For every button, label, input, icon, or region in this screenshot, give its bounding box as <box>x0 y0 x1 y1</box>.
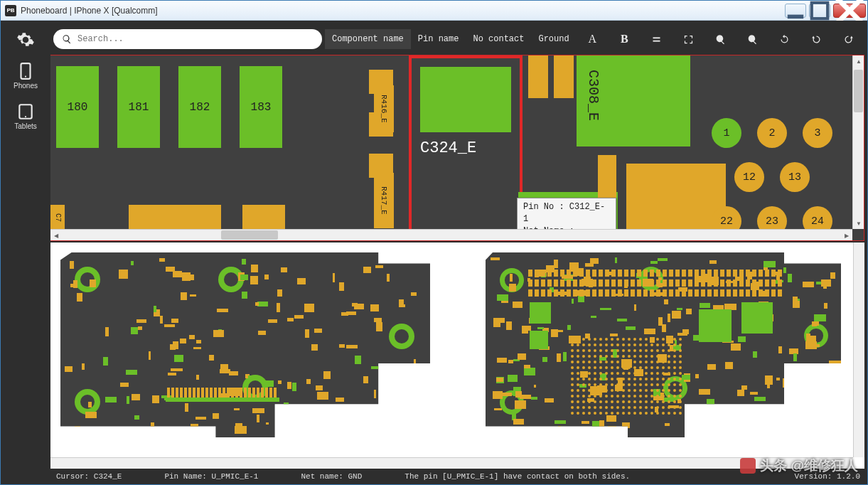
board-component[interactable] <box>264 275 269 279</box>
board-component[interactable] <box>599 420 604 427</box>
board-component[interactable] <box>105 397 117 403</box>
board-component[interactable] <box>414 359 417 366</box>
board-component[interactable] <box>506 321 512 330</box>
bga-pin-13[interactable]: 13 <box>780 162 810 192</box>
board-component[interactable] <box>119 270 129 279</box>
board-component[interactable] <box>524 365 530 368</box>
board-component[interactable] <box>314 329 322 333</box>
board-component[interactable] <box>518 353 525 360</box>
board-component[interactable] <box>264 380 274 387</box>
board-component[interactable] <box>290 412 297 415</box>
board-component[interactable] <box>229 371 237 375</box>
board-component[interactable] <box>622 422 630 428</box>
board-component[interactable] <box>126 370 137 375</box>
board-right[interactable] <box>486 252 841 437</box>
board-component[interactable] <box>677 308 682 310</box>
board-component[interactable] <box>180 339 187 343</box>
sidebar-item-phones[interactable]: Phones <box>14 62 38 90</box>
board-component[interactable] <box>392 406 402 415</box>
board-component[interactable] <box>497 294 508 301</box>
board-component[interactable] <box>151 422 154 427</box>
pad[interactable] <box>129 205 221 230</box>
board-component[interactable] <box>374 390 376 398</box>
board-component[interactable] <box>825 418 834 425</box>
board-component[interactable] <box>510 274 513 282</box>
board-component[interactable] <box>174 355 183 363</box>
board-component[interactable] <box>821 279 831 287</box>
board-component[interactable] <box>196 375 199 380</box>
board-component[interactable] <box>173 271 182 277</box>
filter-pin-name[interactable]: Pin name <box>411 29 466 49</box>
refresh-button[interactable] <box>768 29 800 49</box>
board-component[interactable] <box>737 390 744 396</box>
board-component[interactable] <box>563 352 567 361</box>
board-component[interactable] <box>77 293 82 302</box>
board-component[interactable] <box>134 415 139 420</box>
board-component[interactable] <box>608 426 616 435</box>
titlebar[interactable]: PB Phoneboard | IPhone X [Qualcomm] <box>1 1 867 21</box>
component-r417e[interactable]: R417_E <box>374 173 394 228</box>
board-component[interactable] <box>408 374 416 383</box>
board-component[interactable] <box>829 361 841 368</box>
board-component[interactable] <box>258 331 266 335</box>
board-component[interactable] <box>248 375 255 380</box>
board-component[interactable] <box>831 405 841 412</box>
board-component[interactable] <box>830 415 835 423</box>
board-component[interactable] <box>65 366 73 372</box>
connector[interactable] <box>166 398 279 402</box>
board-component[interactable] <box>531 397 537 400</box>
scroll-thumb[interactable] <box>221 230 278 240</box>
board-component[interactable] <box>662 324 666 332</box>
component-183[interactable]: 183 <box>240 66 282 148</box>
board-component[interactable] <box>122 427 129 432</box>
board-component[interactable] <box>88 402 92 407</box>
board-component[interactable] <box>493 318 500 327</box>
board-component[interactable] <box>103 357 108 366</box>
board-component[interactable] <box>120 383 129 387</box>
board-component[interactable] <box>551 329 558 337</box>
board-component[interactable] <box>803 282 814 287</box>
board-component[interactable] <box>374 318 381 322</box>
board-component[interactable] <box>672 311 681 319</box>
board-component[interactable] <box>797 374 807 382</box>
board-component[interactable] <box>160 316 163 324</box>
board-component[interactable] <box>509 284 516 292</box>
board-component[interactable] <box>168 373 176 375</box>
board-component[interactable] <box>154 306 156 312</box>
board-component[interactable] <box>171 368 183 372</box>
board-component[interactable] <box>376 322 382 331</box>
board-component[interactable] <box>181 292 187 300</box>
board-component[interactable] <box>508 360 513 363</box>
board-component[interactable] <box>801 410 810 413</box>
board-component[interactable] <box>166 267 175 272</box>
board-component[interactable] <box>798 392 805 400</box>
board-component[interactable] <box>522 326 531 331</box>
chip[interactable] <box>530 331 548 349</box>
board-component[interactable] <box>159 258 165 262</box>
pad[interactable] <box>598 155 616 198</box>
board-component[interactable] <box>634 304 636 310</box>
board-component[interactable] <box>346 345 357 348</box>
board-component[interactable] <box>333 273 335 282</box>
board-component[interactable] <box>306 379 311 384</box>
search-input[interactable] <box>77 34 314 44</box>
board-component[interactable] <box>800 400 808 404</box>
board-component[interactable] <box>493 391 503 399</box>
board-component[interactable] <box>513 419 524 425</box>
board-component[interactable] <box>278 380 282 384</box>
board-component[interactable] <box>695 374 699 378</box>
board-component[interactable] <box>251 265 258 272</box>
board-component[interactable] <box>287 318 294 321</box>
board-component[interactable] <box>572 299 574 304</box>
board-component[interactable] <box>725 362 733 369</box>
board-component[interactable] <box>132 394 140 400</box>
board-component[interactable] <box>615 257 618 263</box>
rotate-cw-button[interactable] <box>832 29 864 49</box>
board-component[interactable] <box>788 274 792 282</box>
board-component[interactable] <box>665 423 670 426</box>
board-component[interactable] <box>313 418 316 425</box>
board-component[interactable] <box>677 333 687 336</box>
board-component[interactable] <box>830 374 837 383</box>
board-component[interactable] <box>252 408 264 413</box>
bga-pin-2[interactable]: 2 <box>757 118 787 148</box>
